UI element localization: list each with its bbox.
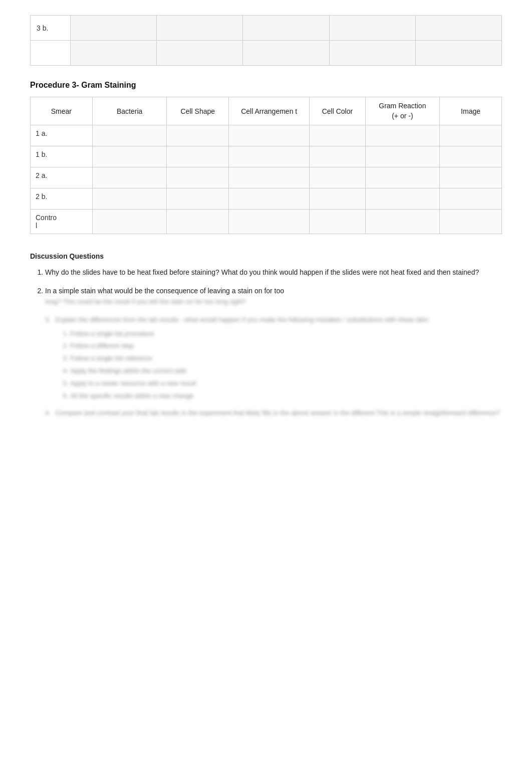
row-3-cell-5 xyxy=(440,188,502,210)
col-header-gram-reaction: Gram Reaction(+ or -) xyxy=(365,97,440,125)
top-cell-3 xyxy=(243,16,329,41)
discussion-q4-text: Compare and contrast your final lab resu… xyxy=(56,409,500,417)
discussion-q3-text: Explain the differences from the lab res… xyxy=(56,316,430,323)
row-2-cell-0 xyxy=(92,167,167,188)
table-row: 2 a. xyxy=(31,167,502,188)
top-row2-cell-4 xyxy=(329,41,415,66)
col-header-cell-shape: Cell Shape xyxy=(167,97,229,125)
row-2-cell-5 xyxy=(440,167,502,188)
table-row: 1 a. xyxy=(31,125,502,146)
row-3-cell-1 xyxy=(167,188,229,210)
blurred-sub-item-0: Follow a single list procedure xyxy=(70,329,502,339)
row-1-cell-5 xyxy=(440,146,502,167)
top-cell-1 xyxy=(71,16,157,41)
top-cell-4 xyxy=(329,16,415,41)
blurred-sub-item-4: Apply to a newer resource with a new res… xyxy=(70,378,502,389)
discussion-q2-blurred: long? This could be the result if you le… xyxy=(45,298,246,305)
top-cell-2 xyxy=(157,16,243,41)
discussion-q4-num: 4. xyxy=(45,409,51,417)
gram-reaction-header: Gram Reaction(+ or -) xyxy=(379,102,426,120)
discussion-q3-sub: Follow a single list procedureFollow a d… xyxy=(60,329,502,402)
row-0-cell-3 xyxy=(310,125,365,146)
gram-staining-table: Smear Bacteria Cell Shape Cell Arrangeme… xyxy=(30,97,502,234)
row-label-1: 1 b. xyxy=(31,146,93,167)
row-3-cell-0 xyxy=(92,188,167,210)
row-label-0: 1 a. xyxy=(31,125,93,146)
row-4-cell-1 xyxy=(167,210,229,234)
top-row-label: 3 b. xyxy=(31,16,71,41)
row-2-cell-1 xyxy=(167,167,229,188)
col-header-cell-color: Cell Color xyxy=(310,97,365,125)
row-0-cell-4 xyxy=(365,125,440,146)
procedure-title: Procedure 3- Gram Staining xyxy=(30,81,502,90)
row-label-3: 2 b. xyxy=(31,188,93,210)
row-1-cell-2 xyxy=(229,146,310,167)
row-2-cell-3 xyxy=(310,167,365,188)
top-row2-cell-3 xyxy=(243,41,329,66)
row-label-4: Contro l xyxy=(31,210,93,234)
row-0-cell-5 xyxy=(440,125,502,146)
col-header-smear: Smear xyxy=(31,97,93,125)
blurred-sub-item-3: Apply the findings within the correct si… xyxy=(70,366,502,376)
discussion-q1-text: Why do the slides have to be heat fixed … xyxy=(45,268,479,276)
top-row2-cell-5 xyxy=(415,41,501,66)
blurred-sub-list: Follow a single list procedureFollow a d… xyxy=(60,329,502,402)
row-0-cell-0 xyxy=(92,125,167,146)
row-4-cell-5 xyxy=(440,210,502,234)
top-row2-cell-1 xyxy=(71,41,157,66)
row-1-cell-3 xyxy=(310,146,365,167)
discussion-q3-num: 3. xyxy=(45,316,51,323)
row-4-cell-0 xyxy=(92,210,167,234)
table-row: 2 b. xyxy=(31,188,502,210)
discussion-title: Discussion Questions xyxy=(30,252,502,260)
row-0-cell-2 xyxy=(229,125,310,146)
row-2-cell-4 xyxy=(365,167,440,188)
col-header-bacteria: Bacteria xyxy=(92,97,167,125)
table-row: 1 b. xyxy=(31,146,502,167)
row-4-cell-3 xyxy=(310,210,365,234)
discussion-q3-container: 3. Explain the differences from the lab … xyxy=(30,315,502,401)
row-0-cell-1 xyxy=(167,125,229,146)
top-row2-cell-2 xyxy=(157,41,243,66)
col-header-cell-arrangement: Cell Arrangemen t xyxy=(229,97,310,125)
row-label-2: 2 a. xyxy=(31,167,93,188)
row-3-cell-3 xyxy=(310,188,365,210)
top-cell-5 xyxy=(415,16,501,41)
row-1-cell-4 xyxy=(365,146,440,167)
row-3-cell-2 xyxy=(229,188,310,210)
top-table: 3 b. xyxy=(30,15,502,66)
discussion-list: Why do the slides have to be heat fixed … xyxy=(30,267,502,307)
discussion-q4-container: 4. Compare and contrast your final lab r… xyxy=(30,408,502,418)
top-row2-label xyxy=(31,41,71,66)
row-4-cell-2 xyxy=(229,210,310,234)
discussion-section: Discussion Questions Why do the slides h… xyxy=(30,252,502,418)
row-3-cell-4 xyxy=(365,188,440,210)
blurred-sub-item-1: Follow a different step xyxy=(70,341,502,351)
row-1-cell-1 xyxy=(167,146,229,167)
row-4-cell-4 xyxy=(365,210,440,234)
blurred-sub-item-5: All the specific results within a new ch… xyxy=(70,391,502,402)
discussion-q1: Why do the slides have to be heat fixed … xyxy=(45,267,502,278)
row-2-cell-2 xyxy=(229,167,310,188)
discussion-q2-text: In a simple stain what would be the cons… xyxy=(45,287,284,295)
blurred-sub-item-2: Follow a single list reference xyxy=(70,353,502,364)
discussion-q2: In a simple stain what would be the cons… xyxy=(45,286,502,307)
row-1-cell-0 xyxy=(92,146,167,167)
table-row: Contro l xyxy=(31,210,502,234)
col-header-image: Image xyxy=(440,97,502,125)
